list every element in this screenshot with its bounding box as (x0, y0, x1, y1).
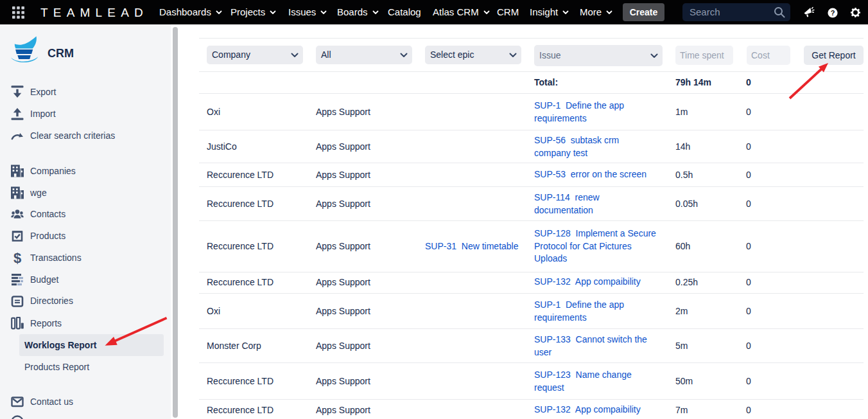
svg-text:?: ? (831, 9, 835, 17)
svg-text:$: $ (13, 251, 21, 264)
